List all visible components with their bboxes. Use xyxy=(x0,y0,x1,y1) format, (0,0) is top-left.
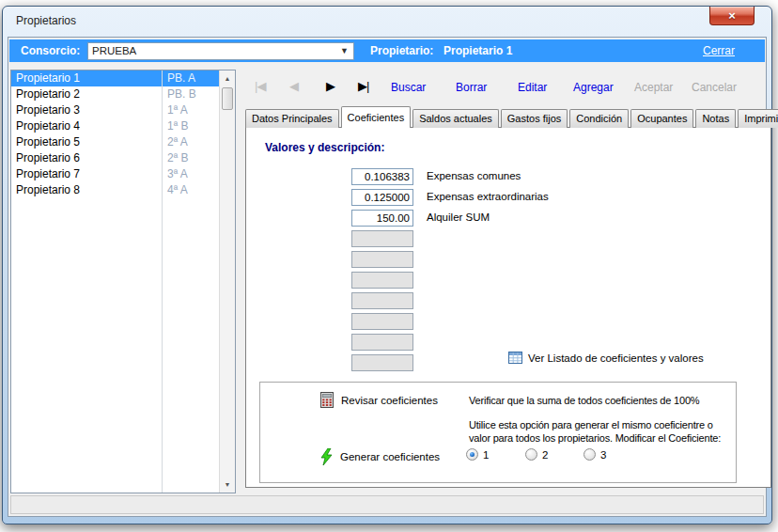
coef-4-field[interactable] xyxy=(351,230,413,247)
section-title: Valores y descripción: xyxy=(265,141,384,154)
nav-last-button[interactable]: ▶| xyxy=(358,79,368,93)
table-grid-icon xyxy=(508,352,522,364)
editar-button[interactable]: Editar xyxy=(518,81,547,94)
generar-hint-line1: Utilice esta opción para generar el mism… xyxy=(469,419,713,430)
tab-datos-principales[interactable]: Datos Principales xyxy=(245,109,339,128)
coef-9-field[interactable] xyxy=(351,334,413,351)
consorcio-value: PRUEBA xyxy=(92,45,136,56)
header-bar: Consorcio: PRUEBA ▼ Propietario: Propiet… xyxy=(9,39,765,62)
coef-7-field[interactable] xyxy=(351,292,413,309)
lightning-icon xyxy=(320,448,333,465)
chevron-down-icon: ▼ xyxy=(340,46,349,55)
coef-10-field[interactable] xyxy=(351,354,413,371)
consorcio-select[interactable]: PRUEBA ▼ xyxy=(87,42,354,60)
scroll-up-icon[interactable]: ▲ xyxy=(220,71,235,86)
owners-list: Propietario 1 PB. A Propietario 2 PB. B … xyxy=(10,70,236,493)
status-bar xyxy=(10,495,764,514)
tab-condicion[interactable]: Condición xyxy=(569,109,629,128)
tab-saldos-actuales[interactable]: Saldos actuales xyxy=(412,109,499,128)
list-item[interactable]: Propietario 8 4ª A xyxy=(11,182,219,198)
list-item[interactable]: Propietario 4 1ª B xyxy=(11,118,219,134)
coef-2-description: Expensas extraordinarias xyxy=(427,191,549,202)
tab-imprimir[interactable]: Imprimir xyxy=(738,109,778,128)
generar-coeficientes-button[interactable]: Generar coeficientes xyxy=(320,448,440,465)
list-item[interactable]: Propietario 5 2ª A xyxy=(11,134,219,150)
tab-notas[interactable]: Notas xyxy=(695,109,736,128)
nav-next-button[interactable]: ▶ xyxy=(326,79,335,93)
window-title: Propietarios xyxy=(16,14,76,27)
coef-1-description: Expensas comunes xyxy=(427,170,521,181)
coefficient-tools-groupbox: Revisar coeficientes Verificar que la su… xyxy=(259,382,737,483)
coef-3-field[interactable] xyxy=(351,210,413,227)
coeficientes-panel: Valores y descripción: Coef. 1: Expensas… xyxy=(245,127,771,488)
scroll-down-icon[interactable]: ▼ xyxy=(220,477,235,492)
tab-coeficientes[interactable]: Coeficientes xyxy=(341,106,412,128)
coef-1-field[interactable] xyxy=(351,168,413,185)
consorcio-label: Consorcio: xyxy=(21,44,80,57)
coef-5-field[interactable] xyxy=(351,251,413,268)
buscar-button[interactable]: Buscar xyxy=(391,81,426,94)
coef-6-field[interactable] xyxy=(351,272,413,289)
borrar-button[interactable]: Borrar xyxy=(456,81,487,94)
radio-unselected-icon xyxy=(525,448,537,461)
titlebar: Propietarios × xyxy=(3,7,771,37)
list-item[interactable]: Propietario 7 3ª A xyxy=(11,166,219,182)
close-icon: × xyxy=(728,9,736,22)
propietario-value: Propietario 1 xyxy=(443,44,512,57)
propietario-label: Propietario: xyxy=(370,44,433,57)
tab-ocupantes[interactable]: Ocupantes xyxy=(630,109,693,128)
generar-hint-line2: valor para todos los propietarios. Modif… xyxy=(469,432,721,444)
client-area: Consorcio: PRUEBA ▼ Propietario: Propiet… xyxy=(8,37,767,517)
radio-selected-icon xyxy=(466,448,478,461)
coef-8-field[interactable] xyxy=(351,313,413,330)
cerrar-link[interactable]: Cerrar xyxy=(703,44,735,57)
tab-strip: Datos Principales Coeficientes Saldos ac… xyxy=(245,108,778,128)
radio-coef-3[interactable]: 3 xyxy=(584,448,606,461)
radio-coef-1[interactable]: 1 xyxy=(466,448,489,461)
ver-listado-button[interactable]: Ver Listado de coeficientes y valores xyxy=(508,352,704,364)
coef-3-description: Alquiler SUM xyxy=(427,211,490,223)
agregar-button[interactable]: Agregar xyxy=(573,81,614,94)
list-scrollbar[interactable]: ▲ ▼ xyxy=(219,70,235,493)
scrollbar-thumb[interactable] xyxy=(222,87,233,110)
tab-gastos-fijos[interactable]: Gastos fijos xyxy=(501,109,568,128)
cancelar-button[interactable]: Cancelar xyxy=(692,81,737,94)
nav-previous-button[interactable]: ◀ xyxy=(289,79,298,93)
list-column-divider xyxy=(162,70,163,493)
radio-unselected-icon xyxy=(584,448,596,461)
revisar-coeficientes-button[interactable]: Revisar coeficientes xyxy=(320,392,438,408)
coef-2-field[interactable] xyxy=(351,189,413,206)
list-item[interactable]: Propietario 3 1ª A xyxy=(11,102,219,118)
list-item[interactable]: Propietario 2 PB. B xyxy=(11,86,219,102)
calculator-icon xyxy=(320,392,334,408)
revisar-hint: Verificar que la suma de todos coeficien… xyxy=(469,395,699,406)
close-button[interactable]: × xyxy=(709,7,755,25)
list-item[interactable]: Propietario 6 2ª B xyxy=(11,150,219,166)
aceptar-button[interactable]: Aceptar xyxy=(634,81,673,94)
radio-coef-2[interactable]: 2 xyxy=(525,448,548,461)
nav-first-button[interactable]: |◀ xyxy=(255,79,265,93)
propietarios-window: Propietarios × Consorcio: PRUEBA ▼ Propi… xyxy=(2,6,772,524)
list-item[interactable]: Propietario 1 PB. A xyxy=(11,70,219,86)
